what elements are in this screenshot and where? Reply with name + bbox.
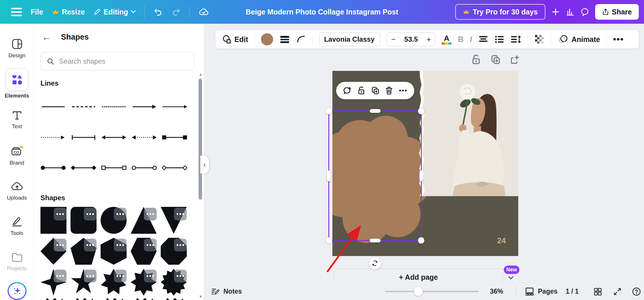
shape-tile-pentagon[interactable] [71,238,97,265]
resize-handle-left[interactable] [327,170,331,181]
shape-options-icon[interactable] [84,208,97,220]
sidebar-item-elements[interactable]: Elements [0,66,34,102]
line-tile-double-arrow[interactable] [101,134,127,141]
shape-tile-inverted-triangle[interactable] [161,207,187,234]
border-weight-button[interactable] [280,35,290,44]
add-new-button[interactable] [551,8,560,16]
shape-options-icon[interactable] [144,239,157,251]
shape-options-icon[interactable] [54,208,66,220]
resize-handle-bottom-right[interactable] [418,237,424,244]
editing-mode-dropdown[interactable]: Editing [93,8,136,16]
sidebar-item-projects[interactable]: Projects [0,244,34,279]
rotate-handle[interactable] [369,257,381,269]
shape-options-icon[interactable] [174,270,187,282]
fill-color-swatch[interactable] [261,33,273,45]
duplicate-button[interactable] [371,86,380,95]
text-color-button[interactable]: A [442,34,451,45]
line-tile-circle-ends[interactable] [40,165,66,171]
lock-button[interactable] [357,86,365,95]
more-options-button[interactable] [398,86,408,95]
shape-tile-octagon[interactable] [161,238,187,265]
panel-scrollbar[interactable]: ▲ ▼ [199,72,202,299]
search-shapes-box[interactable] [40,52,194,70]
resize-handle-top-left[interactable] [326,108,332,114]
resize-handle-bottom[interactable] [370,239,381,242]
sidebar-item-uploads[interactable]: Uploads [0,173,34,208]
shape-tile-triangle[interactable] [131,207,157,234]
font-size-increase-button[interactable]: + [427,35,431,44]
scrollbar-thumb[interactable] [199,79,202,200]
resize-handle-top-right[interactable] [418,108,424,114]
shape-tile-hexagon-horizontal[interactable] [131,238,157,265]
sidebar-item-text[interactable]: Text [0,102,34,137]
duplicate-page-button[interactable] [490,54,501,66]
shape-tile-circle[interactable] [101,207,127,234]
font-size-value[interactable]: 53.5 [404,35,418,43]
shape-options-icon[interactable] [54,270,66,282]
shape-tile-rounded-square[interactable] [71,207,97,234]
line-curve-button[interactable] [296,35,306,44]
hamburger-menu-icon[interactable] [11,8,22,16]
spacing-button[interactable] [511,35,521,44]
font-family-selector[interactable]: Lavonia Classy [319,32,380,46]
shape-tile-diamond[interactable] [40,238,66,265]
line-tile-dotted[interactable] [101,104,127,110]
line-tile-solid[interactable] [40,104,66,110]
line-tile-dashed[interactable] [71,104,96,110]
italic-button[interactable]: I [470,35,472,44]
document-title[interactable]: Beige Modern Photo Collage Instagram Pos… [246,8,398,16]
shape-options-icon[interactable] [114,239,127,251]
shape-options-icon[interactable] [174,208,187,220]
zoom-slider[interactable] [385,291,479,292]
try-pro-button[interactable]: Try Pro for 30 days [455,4,545,20]
shape-options-icon[interactable] [84,239,97,251]
shape-tile-star-4[interactable] [40,269,66,296]
line-tile-arrow[interactable] [132,104,157,110]
search-shapes-input[interactable] [59,57,188,65]
resize-handle-right[interactable] [419,170,423,181]
insights-button[interactable] [566,8,574,16]
shape-options-icon[interactable] [114,270,127,282]
shape-tile-star-5[interactable] [71,269,97,296]
line-tile-open-circle-ends[interactable] [132,165,157,171]
animate-button[interactable]: Animate [558,34,600,44]
undo-button[interactable] [153,8,163,16]
shape-options-icon[interactable] [144,270,157,282]
shape-options-icon[interactable] [54,239,66,251]
delete-button[interactable] [385,86,393,95]
resize-handle-bottom-left[interactable] [326,237,332,244]
line-tile-diamond-ends[interactable] [71,165,96,171]
notes-button[interactable]: Notes [211,283,242,300]
add-page-button-top[interactable] [510,54,520,66]
toolbar-more-button[interactable]: ••• [613,34,624,44]
shape-options-icon[interactable] [174,239,187,251]
photo-woman-with-rose[interactable] [419,71,518,196]
redo-button[interactable] [171,8,181,16]
pages-button[interactable]: Pages [525,283,558,300]
zoom-percentage[interactable]: 36% [490,288,503,295]
add-comment-button[interactable] [343,86,352,95]
shape-tile-hexagon[interactable] [101,238,127,265]
resize-button[interactable]: Resize [52,8,85,16]
zoom-slider-thumb[interactable] [414,287,423,296]
comments-button[interactable] [580,8,589,16]
file-menu[interactable]: File [31,8,43,16]
sidebar-item-design[interactable]: Design [0,31,34,66]
shape-tile-star-7[interactable] [101,269,127,296]
line-tile-bar-ends[interactable] [71,134,96,141]
panel-collapse-handle[interactable]: ‹ [200,156,209,174]
text-align-button[interactable] [478,35,488,44]
help-button[interactable] [632,283,641,300]
page-lock-button[interactable] [471,54,481,66]
shape-tile-star-8[interactable] [131,269,157,296]
grid-view-button[interactable] [593,283,602,300]
sidebar-item-brand[interactable]: CO Brand [0,137,34,173]
transparency-button[interactable] [534,34,545,45]
shape-options-icon[interactable] [144,208,157,220]
list-button[interactable] [495,35,504,44]
line-tile-open-square-ends[interactable] [101,165,127,171]
line-tile-arrow-long[interactable] [162,104,187,110]
fullscreen-button[interactable] [613,283,621,300]
bold-button[interactable]: B [458,35,464,44]
font-size-decrease-button[interactable]: − [391,35,395,44]
